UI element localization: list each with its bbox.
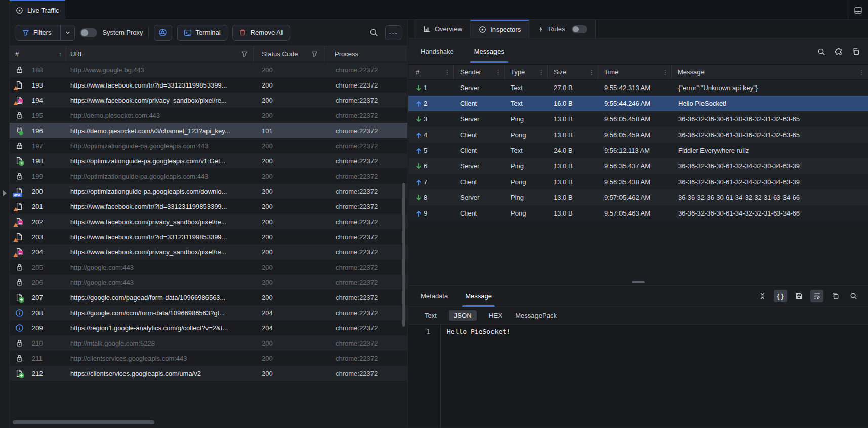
traffic-row[interactable]: 198https://optimizationguide-pa.googleap… [10, 153, 407, 168]
filter-funnel-icon[interactable] [311, 51, 318, 57]
column-header-number[interactable]: #⋮ [408, 65, 454, 79]
column-menu-icon[interactable]: ⋮ [495, 69, 501, 76]
tab-live-traffic[interactable]: Live Traffic [10, 0, 65, 20]
traffic-row[interactable]: 194https://www.facebook.com/privacy_sand… [10, 93, 407, 108]
column-header-process[interactable]: Process [324, 46, 407, 62]
format-braces-icon[interactable]: { } [774, 290, 787, 302]
session-number: 204 [32, 248, 66, 256]
search-icon[interactable] [847, 290, 860, 302]
message-type: Text [505, 100, 548, 107]
column-menu-icon[interactable]: ⋮ [538, 69, 544, 76]
message-row[interactable]: 9ClientPong13.0 B9:57:05.463 AM36-36-32-… [408, 205, 868, 221]
message-row[interactable]: 2ClientText16.0 B9:55:44.246 AMHello Pie… [408, 96, 868, 111]
filter-funnel-icon[interactable] [241, 51, 248, 57]
format-tab-json[interactable]: JSON [449, 310, 477, 321]
extension-puzzle-icon[interactable] [835, 48, 843, 56]
tab-metadata[interactable]: Metadata [420, 286, 449, 307]
column-header-size[interactable]: Size⋮ [548, 65, 598, 79]
session-url: https://www.facebook.com/privacy_sandbox… [66, 248, 254, 256]
toolbar-separator [148, 27, 149, 38]
traffic-row[interactable]: 188http://www.google.bg:443200chrome:223… [10, 62, 407, 77]
column-menu-icon[interactable]: ⋮ [444, 69, 450, 76]
tab-handshake[interactable]: Handshake [420, 40, 455, 63]
session-url: http://www.google.bg:443 [66, 66, 254, 74]
column-header-message[interactable]: Message⋮ [672, 65, 868, 79]
message-sender: Client [454, 147, 505, 154]
column-header-status-code[interactable]: Status Code [254, 46, 324, 62]
splitter-handle[interactable] [632, 281, 645, 283]
traffic-row[interactable]: 196https://demo.piesocket.com/v3/channel… [10, 123, 407, 138]
traffic-row[interactable]: 209https://region1.google-analytics.com/… [10, 320, 407, 335]
dock-layout-icon[interactable] [852, 4, 864, 16]
traffic-row[interactable]: 202https://www.facebook.com/privacy_sand… [10, 214, 407, 229]
traffic-row[interactable]: 210http://mtalk.google.com:5228200chrome… [10, 335, 407, 351]
filters-dropdown-button[interactable] [60, 25, 74, 40]
copy-icon[interactable] [852, 48, 860, 56]
message-size: 24.0 B [548, 147, 598, 154]
format-tab-messagepack[interactable]: MessagePack [514, 310, 558, 321]
copy-icon[interactable] [829, 290, 842, 302]
expand-sidebar-icon[interactable] [3, 190, 7, 196]
more-options-button[interactable]: ··· [385, 25, 401, 40]
message-row[interactable]: 3ServerPing13.0 B9:56:05.458 AM36-36-32-… [408, 111, 868, 127]
column-header-type[interactable]: Type⋮ [505, 65, 548, 79]
tab-overview[interactable]: Overview [415, 20, 471, 38]
message-row[interactable]: 4ClientPong13.0 B9:56:05.459 AM36-36-32-… [408, 127, 868, 143]
message-row[interactable]: 5ClientText24.0 B9:56:12.113 AMFiddler E… [408, 143, 868, 158]
message-row[interactable]: 7ClientPong13.0 B9:56:35.438 AM36-36-32-… [408, 174, 868, 190]
column-header-url[interactable]: URL [66, 46, 254, 62]
capture-browser-button[interactable] [154, 25, 172, 41]
panel-splitter[interactable] [408, 279, 868, 285]
message-type: Ping [505, 194, 548, 201]
remove-all-button[interactable]: Remove All [232, 25, 291, 41]
horizontal-scrollbar-thumb[interactable] [13, 420, 154, 424]
traffic-row[interactable]: 197http://optimizationguide-pa.googleapi… [10, 138, 407, 153]
word-wrap-icon[interactable] [810, 290, 823, 302]
format-tab-hex[interactable]: HEX [488, 310, 504, 321]
search-icon[interactable] [817, 48, 825, 56]
column-menu-icon[interactable]: ⋮ [859, 69, 865, 76]
search-icon[interactable] [369, 28, 378, 37]
session-process: chrome:22372 [324, 66, 407, 74]
sort-ascending-icon[interactable]: ↑ [59, 50, 62, 58]
system-proxy-toggle[interactable] [80, 28, 97, 37]
tab-inspectors[interactable]: Inspectors [470, 20, 529, 38]
vertical-scrollbar-thumb[interactable] [402, 183, 405, 327]
message-row[interactable]: 6ServerPing13.0 B9:56:35.437 AM36-36-32-… [408, 158, 868, 174]
message-sender: Server [454, 84, 505, 92]
traffic-row[interactable]: 193https://www.facebook.com/tr/?id=33123… [10, 77, 407, 93]
traffic-row[interactable]: 206http://google.com:443200chrome:22372 [10, 275, 407, 290]
traffic-row[interactable]: 211http://clientservices.googleapis.com:… [10, 351, 407, 366]
collapse-all-icon[interactable] [756, 290, 769, 302]
traffic-row[interactable]: 205http://google.com:443200chrome:22372 [10, 260, 407, 275]
message-time: 9:57:05.462 AM [598, 194, 672, 201]
message-body-editor[interactable]: 1 Hello PieSocket! [408, 325, 868, 427]
column-header-time[interactable]: Time⋮ [598, 65, 672, 79]
tab-rules[interactable]: Rules [529, 20, 596, 38]
column-menu-icon[interactable]: ⋮ [589, 69, 595, 76]
session-url: https://google.com/ccm/form-data/1096698… [66, 309, 254, 317]
tab-overview-label: Overview [435, 25, 462, 33]
format-tab-text[interactable]: Text [424, 310, 438, 321]
column-menu-icon[interactable]: ⋮ [662, 69, 668, 76]
column-header-number[interactable]: # ↑ [10, 46, 66, 62]
tab-messages[interactable]: Messages [473, 40, 505, 63]
save-icon[interactable] [792, 290, 805, 302]
traffic-row[interactable]: 212https://clientservices.googleapis.com… [10, 366, 407, 381]
rules-toggle[interactable] [572, 25, 587, 33]
message-row[interactable]: 1ServerText27.0 B9:55:42.313 AM{"error":… [408, 80, 868, 96]
traffic-row[interactable]: HTML200https://optimizationguide-pa.goog… [10, 184, 407, 199]
traffic-row[interactable]: 208https://google.com/ccm/form-data/1096… [10, 305, 407, 320]
traffic-row[interactable]: 199http://optimizationguide-pa.googleapi… [10, 168, 407, 184]
filters-button[interactable]: Filters [16, 25, 75, 41]
terminal-button[interactable]: Terminal [177, 25, 227, 41]
traffic-row[interactable]: 207https://google.com/pagead/form-data/1… [10, 290, 407, 305]
traffic-row[interactable]: 203https://www.facebook.com/tr/?id=33123… [10, 229, 407, 244]
tab-message[interactable]: Message [464, 286, 493, 307]
traffic-row[interactable]: 201https://www.facebook.com/tr/?id=33123… [10, 199, 407, 214]
message-row[interactable]: 8ServerPing13.0 B9:57:05.462 AM36-36-32-… [408, 190, 868, 205]
traffic-row[interactable]: 204https://www.facebook.com/privacy_sand… [10, 244, 407, 260]
column-header-sender[interactable]: Sender⋮ [454, 65, 505, 79]
traffic-row[interactable]: 195http://demo.piesocket.com:443200chrom… [10, 108, 407, 123]
session-status-code: 200 [254, 355, 324, 362]
